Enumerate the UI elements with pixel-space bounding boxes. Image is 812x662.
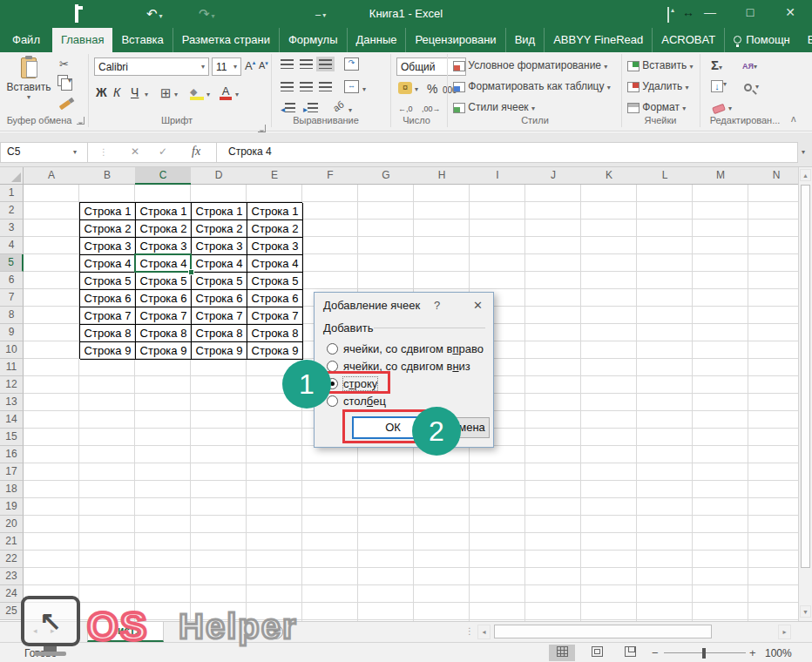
column-header-H[interactable]: H: [414, 167, 470, 185]
row-header-18[interactable]: 18: [0, 481, 24, 498]
font-size-combo[interactable]: 11▾: [212, 57, 241, 76]
row-header-5[interactable]: 5: [0, 254, 24, 272]
align-bottom-button[interactable]: [319, 59, 332, 69]
font-dialog-launcher[interactable]: [258, 125, 266, 132]
confirm-entry-button[interactable]: ✓: [159, 145, 167, 158]
cell-C3[interactable]: Строка 2: [136, 220, 192, 238]
collapse-ribbon-button[interactable]: ʌ: [791, 113, 796, 124]
column-header-G[interactable]: G: [358, 167, 415, 185]
row-header-2[interactable]: 2: [0, 202, 24, 220]
ribbon-display-options-button[interactable]: [659, 8, 678, 22]
cancel-entry-button[interactable]: ✕: [131, 145, 139, 158]
merge-center-button[interactable]: ↔: [344, 80, 359, 93]
clipboard-dialog-launcher[interactable]: [77, 117, 85, 125]
cell-D2[interactable]: Строка 1: [192, 203, 247, 220]
cell-C9[interactable]: Строка 8: [136, 325, 192, 342]
wrap-text-button[interactable]: ↷: [344, 57, 359, 71]
column-header-M[interactable]: M: [693, 167, 749, 185]
increase-font-size-button[interactable]: А▴: [245, 59, 255, 72]
format-painter-button[interactable]: [59, 98, 71, 110]
row-header-4[interactable]: 4: [0, 237, 24, 254]
underline-button[interactable]: Ч: [131, 85, 139, 99]
ribbon-tab-4[interactable]: Формулы: [280, 28, 348, 52]
decrease-decimal-button[interactable]: ,00→: [422, 105, 441, 113]
bold-button[interactable]: Ж: [96, 85, 107, 99]
cell-E3[interactable]: Строка 2: [247, 220, 303, 238]
row-header-24[interactable]: 24: [0, 585, 24, 603]
cell-C7[interactable]: Строка 6: [136, 290, 192, 307]
radio-icon[interactable]: [327, 361, 338, 372]
cell-D9[interactable]: Строка 8: [192, 325, 247, 342]
cell-E8[interactable]: Строка 7: [247, 307, 303, 325]
cell-D3[interactable]: Строка 2: [192, 220, 247, 238]
scroll-down-button[interactable]: ▼: [800, 605, 811, 618]
cell-B10[interactable]: Строка 9: [80, 342, 136, 360]
row-header-6[interactable]: 6: [0, 272, 24, 289]
cell-E2[interactable]: Строка 1: [247, 203, 303, 220]
horizontal-scrollbar[interactable]: [493, 624, 774, 640]
page-layout-view-button[interactable]: [584, 645, 610, 661]
cell-D7[interactable]: Строка 6: [192, 290, 247, 307]
fill-color-button[interactable]: ◆: [190, 85, 204, 100]
row-header-14[interactable]: 14: [0, 411, 24, 429]
conditional-formatting-button[interactable]: Условное форматирование ▾: [453, 59, 607, 71]
column-header-D[interactable]: D: [191, 167, 247, 185]
find-select-button[interactable]: ▾: [744, 82, 755, 94]
formula-bar-resize-handle[interactable]: ⋮: [99, 147, 108, 157]
align-left-button[interactable]: [281, 82, 294, 91]
maximize-button[interactable]: □: [741, 5, 760, 19]
cell-E6[interactable]: Строка 5: [247, 273, 303, 290]
column-header-I[interactable]: I: [470, 167, 526, 185]
name-box[interactable]: C5: [7, 145, 20, 158]
dialog-help-button[interactable]: ?: [434, 299, 440, 312]
row-header-11[interactable]: 11: [0, 359, 24, 376]
borders-dropdown-icon[interactable]: ▾: [174, 91, 178, 98]
name-box-dropdown-icon[interactable]: ▾: [73, 148, 77, 156]
dialog-close-button[interactable]: ✕: [473, 299, 483, 312]
underline-dropdown-icon[interactable]: ▾: [145, 91, 148, 98]
clear-button[interactable]: ▾: [713, 103, 728, 115]
cell-E5[interactable]: Строка 4: [247, 255, 303, 273]
paste-button[interactable]: Вставить ▾: [5, 56, 52, 113]
autosum-button[interactable]: Σ▾: [711, 57, 722, 72]
row-header-23[interactable]: 23: [0, 568, 24, 585]
ribbon-tab-8[interactable]: ABBYY FineRead: [545, 28, 653, 52]
column-header-N[interactable]: N: [748, 167, 798, 185]
ribbon-tab-2[interactable]: Вставка: [112, 28, 173, 52]
zoom-in-button[interactable]: +: [749, 646, 756, 659]
tab-bar-splitter[interactable]: ⋮: [465, 626, 474, 636]
ribbon-tab-5[interactable]: Данные: [348, 28, 407, 52]
cell-B6[interactable]: Строка 5: [80, 273, 136, 290]
column-header-K[interactable]: K: [581, 167, 638, 185]
page-break-view-button[interactable]: [617, 645, 643, 661]
vertical-scroll-thumb[interactable]: [801, 185, 810, 568]
cell-E4[interactable]: Строка 3: [247, 238, 303, 255]
cell-C8[interactable]: Строка 7: [136, 307, 192, 325]
scroll-up-button[interactable]: ▲: [800, 169, 811, 181]
close-button[interactable]: ✕: [781, 5, 800, 19]
zoom-out-button[interactable]: −: [652, 646, 659, 659]
font-color-button[interactable]: А: [220, 84, 232, 100]
cell-D4[interactable]: Строка 3: [192, 238, 247, 255]
cell-B7[interactable]: Строка 6: [80, 290, 136, 307]
row-header-16[interactable]: 16: [0, 446, 24, 463]
cell-C4[interactable]: Строка 3: [136, 238, 192, 255]
fill-color-dropdown-icon[interactable]: ▾: [206, 91, 210, 98]
cell-styles-button[interactable]: Стили ячеек ▾: [453, 101, 535, 113]
accounting-dropdown-icon[interactable]: ▾: [415, 85, 418, 93]
cell-D8[interactable]: Строка 7: [192, 307, 247, 325]
italic-button[interactable]: К: [113, 85, 120, 99]
normal-view-button[interactable]: [549, 645, 575, 661]
cell-C6[interactable]: Строка 5: [136, 273, 192, 290]
merge-dropdown-icon[interactable]: ▾: [362, 85, 366, 93]
horizontal-scroll-thumb[interactable]: [494, 625, 712, 638]
cut-button[interactable]: ✂: [59, 57, 69, 71]
cell-B4[interactable]: Строка 3: [80, 238, 136, 255]
row-header-22[interactable]: 22: [0, 551, 24, 568]
ribbon-tab-10[interactable]: Помощн: [725, 28, 799, 52]
paste-dropdown-icon[interactable]: ▾: [5, 93, 52, 101]
row-header-17[interactable]: 17: [0, 463, 24, 481]
increase-decimal-button[interactable]: ←,0: [398, 105, 413, 113]
cell-B9[interactable]: Строка 8: [80, 325, 136, 342]
font-name-combo[interactable]: Calibri▾: [94, 57, 209, 76]
